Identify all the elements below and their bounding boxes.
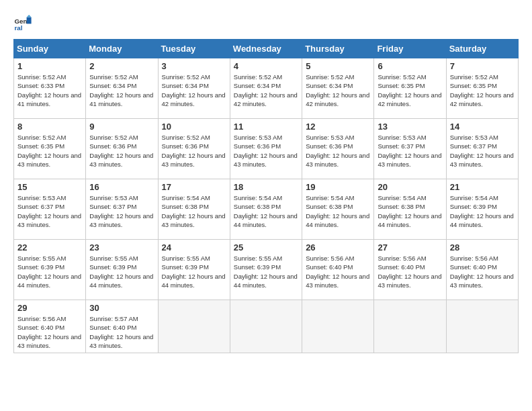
sunset-label: Sunset: 6:37 PM bbox=[450, 142, 497, 150]
column-header-saturday: Saturday bbox=[446, 40, 518, 58]
day-info: Sunrise: 5:52 AM Sunset: 6:36 PM Dayligh… bbox=[89, 133, 154, 169]
daylight-label: Daylight: 12 hours and 41 minutes. bbox=[89, 91, 153, 107]
calendar-day-cell: 16 Sunrise: 5:53 AM Sunset: 6:37 PM Dayl… bbox=[86, 179, 158, 240]
calendar-day-cell: 25 Sunrise: 5:55 AM Sunset: 6:39 PM Dayl… bbox=[230, 240, 302, 300]
day-number: 30 bbox=[89, 303, 154, 313]
day-info: Sunrise: 5:54 AM Sunset: 6:38 PM Dayligh… bbox=[306, 193, 370, 229]
sunrise-label: Sunrise: 5:52 AM bbox=[17, 134, 66, 141]
sunset-label: Sunset: 6:35 PM bbox=[378, 82, 425, 89]
sunrise-label: Sunrise: 5:52 AM bbox=[162, 134, 210, 141]
day-number: 15 bbox=[17, 182, 82, 192]
sunrise-label: Sunrise: 5:54 AM bbox=[378, 194, 426, 201]
sunset-label: Sunset: 6:35 PM bbox=[17, 142, 64, 150]
page-header: Gene ral bbox=[13, 13, 519, 32]
day-number: 10 bbox=[162, 122, 226, 132]
calendar-day-cell: 10 Sunrise: 5:52 AM Sunset: 6:36 PM Dayl… bbox=[158, 119, 230, 179]
calendar-day-cell bbox=[230, 300, 302, 353]
sunrise-label: Sunrise: 5:52 AM bbox=[234, 73, 282, 81]
day-number: 1 bbox=[17, 61, 82, 71]
day-info: Sunrise: 5:53 AM Sunset: 6:37 PM Dayligh… bbox=[450, 133, 515, 169]
sunrise-label: Sunrise: 5:56 AM bbox=[306, 255, 354, 262]
day-number: 18 bbox=[234, 182, 298, 192]
sunset-label: Sunset: 6:37 PM bbox=[17, 203, 64, 210]
day-info: Sunrise: 5:52 AM Sunset: 6:33 PM Dayligh… bbox=[17, 73, 82, 108]
sunrise-label: Sunrise: 5:53 AM bbox=[89, 194, 138, 201]
day-info: Sunrise: 5:56 AM Sunset: 6:40 PM Dayligh… bbox=[17, 314, 82, 350]
calendar-week-row: 29 Sunrise: 5:56 AM Sunset: 6:40 PM Dayl… bbox=[14, 300, 519, 353]
sunset-label: Sunset: 6:37 PM bbox=[378, 142, 425, 150]
daylight-label: Daylight: 12 hours and 42 minutes. bbox=[162, 91, 226, 107]
day-number: 12 bbox=[306, 122, 370, 132]
day-number: 2 bbox=[89, 61, 154, 71]
sunset-label: Sunset: 6:36 PM bbox=[162, 142, 209, 150]
calendar-day-cell: 11 Sunrise: 5:53 AM Sunset: 6:36 PM Dayl… bbox=[230, 119, 302, 179]
column-header-sunday: Sunday bbox=[14, 40, 86, 58]
daylight-label: Daylight: 12 hours and 42 minutes. bbox=[234, 91, 298, 107]
sunrise-label: Sunrise: 5:52 AM bbox=[17, 73, 66, 81]
calendar-week-row: 15 Sunrise: 5:53 AM Sunset: 6:37 PM Dayl… bbox=[14, 179, 519, 240]
day-number: 14 bbox=[450, 122, 515, 132]
sunrise-label: Sunrise: 5:55 AM bbox=[162, 255, 210, 262]
column-header-tuesday: Tuesday bbox=[158, 40, 230, 58]
daylight-label: Daylight: 12 hours and 43 minutes. bbox=[450, 273, 514, 289]
sunrise-label: Sunrise: 5:53 AM bbox=[17, 194, 66, 201]
calendar-day-cell: 21 Sunrise: 5:54 AM Sunset: 6:39 PM Dayl… bbox=[446, 179, 518, 240]
sunrise-label: Sunrise: 5:53 AM bbox=[378, 134, 426, 141]
daylight-label: Daylight: 12 hours and 44 minutes. bbox=[17, 273, 81, 289]
daylight-label: Daylight: 12 hours and 44 minutes. bbox=[162, 273, 226, 289]
sunset-label: Sunset: 6:37 PM bbox=[89, 203, 136, 210]
day-number: 7 bbox=[450, 61, 515, 71]
day-number: 25 bbox=[234, 242, 298, 253]
sunset-label: Sunset: 6:34 PM bbox=[89, 82, 136, 89]
calendar-day-cell bbox=[374, 300, 446, 353]
daylight-label: Daylight: 12 hours and 43 minutes. bbox=[17, 333, 81, 349]
daylight-label: Daylight: 12 hours and 43 minutes. bbox=[17, 152, 81, 168]
daylight-label: Daylight: 12 hours and 43 minutes. bbox=[162, 152, 226, 168]
day-info: Sunrise: 5:56 AM Sunset: 6:40 PM Dayligh… bbox=[378, 254, 442, 289]
day-info: Sunrise: 5:52 AM Sunset: 6:36 PM Dayligh… bbox=[162, 133, 226, 169]
day-info: Sunrise: 5:53 AM Sunset: 6:37 PM Dayligh… bbox=[378, 133, 442, 169]
sunrise-label: Sunrise: 5:53 AM bbox=[234, 134, 282, 141]
svg-text:ral: ral bbox=[14, 24, 22, 32]
logo: Gene ral bbox=[13, 13, 35, 32]
daylight-label: Daylight: 12 hours and 43 minutes. bbox=[89, 212, 153, 228]
sunset-label: Sunset: 6:39 PM bbox=[89, 263, 136, 271]
day-number: 3 bbox=[162, 61, 226, 71]
daylight-label: Daylight: 12 hours and 43 minutes. bbox=[89, 152, 153, 168]
sunset-label: Sunset: 6:40 PM bbox=[17, 324, 64, 331]
daylight-label: Daylight: 12 hours and 44 minutes. bbox=[89, 273, 153, 289]
sunrise-label: Sunrise: 5:55 AM bbox=[234, 255, 282, 262]
sunrise-label: Sunrise: 5:52 AM bbox=[89, 134, 138, 141]
day-number: 5 bbox=[306, 61, 370, 71]
sunset-label: Sunset: 6:38 PM bbox=[378, 203, 425, 210]
daylight-label: Daylight: 12 hours and 44 minutes. bbox=[234, 273, 298, 289]
calendar-day-cell: 15 Sunrise: 5:53 AM Sunset: 6:37 PM Dayl… bbox=[14, 179, 86, 240]
daylight-label: Daylight: 12 hours and 43 minutes. bbox=[89, 333, 153, 349]
sunset-label: Sunset: 6:34 PM bbox=[162, 82, 209, 89]
sunset-label: Sunset: 6:39 PM bbox=[234, 263, 281, 271]
day-info: Sunrise: 5:52 AM Sunset: 6:34 PM Dayligh… bbox=[162, 73, 226, 108]
sunrise-label: Sunrise: 5:54 AM bbox=[162, 194, 210, 201]
sunset-label: Sunset: 6:38 PM bbox=[306, 203, 353, 210]
sunset-label: Sunset: 6:36 PM bbox=[89, 142, 136, 150]
daylight-label: Daylight: 12 hours and 44 minutes. bbox=[306, 212, 369, 228]
calendar-day-cell: 24 Sunrise: 5:55 AM Sunset: 6:39 PM Dayl… bbox=[158, 240, 230, 300]
day-info: Sunrise: 5:52 AM Sunset: 6:35 PM Dayligh… bbox=[378, 73, 442, 108]
day-info: Sunrise: 5:55 AM Sunset: 6:39 PM Dayligh… bbox=[89, 254, 154, 289]
sunrise-label: Sunrise: 5:52 AM bbox=[162, 73, 210, 81]
logo-icon: Gene ral bbox=[13, 13, 32, 32]
daylight-label: Daylight: 12 hours and 43 minutes. bbox=[378, 273, 441, 289]
calendar-day-cell: 28 Sunrise: 5:56 AM Sunset: 6:40 PM Dayl… bbox=[446, 240, 518, 300]
daylight-label: Daylight: 12 hours and 43 minutes. bbox=[17, 212, 81, 228]
daylight-label: Daylight: 12 hours and 44 minutes. bbox=[234, 212, 298, 228]
svg-marker-2 bbox=[27, 17, 32, 24]
day-number: 27 bbox=[378, 242, 442, 253]
sunrise-label: Sunrise: 5:52 AM bbox=[378, 73, 426, 81]
daylight-label: Daylight: 12 hours and 43 minutes. bbox=[306, 273, 369, 289]
sunset-label: Sunset: 6:40 PM bbox=[89, 324, 136, 331]
calendar-day-cell: 7 Sunrise: 5:52 AM Sunset: 6:35 PM Dayli… bbox=[446, 58, 518, 119]
daylight-label: Daylight: 12 hours and 44 minutes. bbox=[378, 212, 441, 228]
daylight-label: Daylight: 12 hours and 43 minutes. bbox=[234, 152, 298, 168]
calendar-table: SundayMondayTuesdayWednesdayThursdayFrid… bbox=[13, 39, 519, 353]
day-info: Sunrise: 5:54 AM Sunset: 6:38 PM Dayligh… bbox=[162, 193, 226, 229]
